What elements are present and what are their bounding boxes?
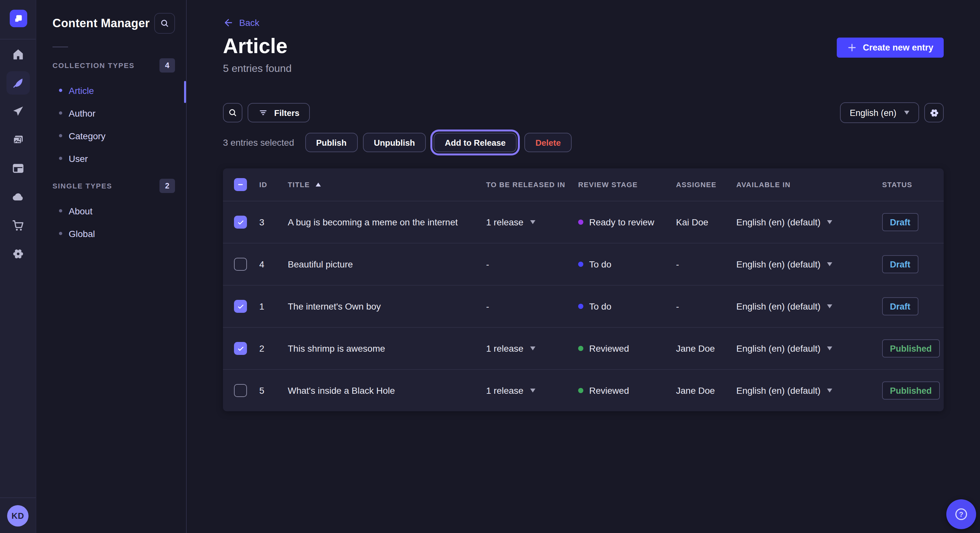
- cell-title: Beautiful picture: [288, 259, 486, 270]
- table-row[interactable]: 5 What's inside a Black Hole 1 release R…: [223, 369, 944, 411]
- chevron-down-icon: [904, 111, 909, 115]
- cell-available-in[interactable]: English (en) (default): [736, 301, 882, 311]
- sidebar-title: Content Manager: [52, 16, 150, 30]
- selection-actions: 3 entries selected Publish Unpublish Add…: [223, 133, 572, 152]
- sidebar-item-category[interactable]: Category: [36, 124, 186, 147]
- media-library-icon[interactable]: [6, 128, 30, 152]
- row-checkbox[interactable]: [234, 342, 247, 355]
- available-value: English (en) (default): [736, 301, 821, 311]
- sidebar-item-about[interactable]: About: [36, 200, 186, 222]
- locale-select[interactable]: English (en): [840, 102, 919, 123]
- stage-dot-icon: [578, 262, 583, 267]
- help-button[interactable]: ?: [946, 499, 976, 529]
- stage-dot-icon: [578, 304, 583, 309]
- strapi-logo[interactable]: [10, 10, 27, 27]
- col-header-stage[interactable]: REVIEW STAGE: [578, 181, 676, 189]
- row-checkbox[interactable]: [234, 384, 247, 397]
- back-link[interactable]: Back: [223, 17, 259, 28]
- cell-title: This shrimp is awesome: [288, 343, 486, 354]
- cell-available-in[interactable]: English (en) (default): [736, 259, 882, 270]
- cell-available-in[interactable]: English (en) (default): [736, 343, 882, 354]
- sidebar-item-label: Author: [69, 108, 95, 118]
- collection-types-label: COLLECTION TYPES: [52, 62, 135, 69]
- chevron-down-icon: [827, 389, 832, 392]
- sidebar-item-author[interactable]: Author: [36, 102, 186, 124]
- cell-release[interactable]: 1 release: [486, 385, 578, 396]
- sidebar-item-article[interactable]: Article: [36, 79, 186, 102]
- stage-dot-icon: [578, 346, 583, 351]
- cell-available-in[interactable]: English (en) (default): [736, 385, 882, 396]
- row-checkbox[interactable]: [234, 300, 247, 313]
- sidebar-search-button[interactable]: [154, 13, 175, 34]
- settings-gear-icon[interactable]: [6, 242, 30, 265]
- unpublish-button[interactable]: Unpublish: [363, 133, 426, 152]
- select-all-checkbox[interactable]: [234, 178, 247, 191]
- col-header-assignee[interactable]: ASSIGNEE: [676, 181, 736, 189]
- chevron-down-icon: [530, 220, 535, 224]
- single-types-list: About Global: [36, 200, 186, 245]
- table-row[interactable]: 4 Beautiful picture - To do - English (e…: [223, 243, 944, 285]
- table-search-button[interactable]: [223, 103, 242, 122]
- publish-button[interactable]: Publish: [305, 133, 358, 152]
- release-value: -: [486, 259, 489, 270]
- table-row[interactable]: 2 This shrimp is awesome 1 release Revie…: [223, 327, 944, 369]
- content-manager-icon[interactable]: [6, 71, 30, 95]
- table-row[interactable]: 1 The internet's Own boy - To do - Engli…: [223, 285, 944, 327]
- content-type-builder-icon[interactable]: [6, 157, 30, 180]
- status-badge: Published: [882, 339, 940, 357]
- home-icon[interactable]: [6, 43, 30, 66]
- cell-available-in[interactable]: English (en) (default): [736, 217, 882, 227]
- view-settings-button[interactable]: [924, 103, 944, 122]
- single-types-count: 2: [159, 179, 175, 193]
- row-checkbox[interactable]: [234, 258, 247, 271]
- cell-status: Published: [882, 339, 944, 357]
- add-to-release-button[interactable]: Add to Release: [434, 133, 517, 152]
- available-value: English (en) (default): [736, 385, 821, 396]
- delete-button[interactable]: Delete: [524, 133, 572, 152]
- cell-release[interactable]: 1 release: [486, 217, 578, 227]
- available-value: English (en) (default): [736, 217, 821, 227]
- col-header-release[interactable]: TO BE RELEASED IN: [486, 181, 578, 189]
- stage-label: To do: [589, 259, 611, 270]
- cell-status: Draft: [882, 213, 944, 231]
- chevron-down-icon: [827, 346, 832, 351]
- collection-types-count: 4: [159, 58, 175, 73]
- sidebar-item-label: Global: [69, 228, 95, 239]
- cloud-icon[interactable]: [6, 185, 30, 209]
- cell-id: 4: [259, 259, 288, 270]
- cell-id: 1: [259, 301, 288, 311]
- sort-ascending-icon: [316, 182, 321, 187]
- stage-label: Reviewed: [589, 343, 629, 354]
- user-avatar[interactable]: KD: [7, 505, 29, 526]
- cell-status: Draft: [882, 297, 944, 316]
- bullet-icon: [59, 209, 62, 213]
- col-header-id[interactable]: ID: [259, 181, 288, 189]
- cell-review-stage: Reviewed: [578, 343, 676, 354]
- row-checkbox[interactable]: [234, 216, 247, 228]
- rail-divider: [0, 39, 36, 40]
- single-types-label: SINGLE TYPES: [52, 182, 112, 190]
- create-new-entry-button[interactable]: Create new entry: [837, 38, 944, 58]
- sidebar-item-user[interactable]: User: [36, 147, 186, 170]
- col-header-status[interactable]: STATUS: [882, 181, 944, 189]
- col-header-available[interactable]: AVAILABLE IN: [736, 181, 882, 189]
- table-row[interactable]: 3 A bug is becoming a meme on the intern…: [223, 201, 944, 243]
- releases-icon[interactable]: [6, 100, 30, 123]
- marketplace-cart-icon[interactable]: [6, 214, 30, 237]
- check-icon: [236, 302, 245, 311]
- stage-label: To do: [589, 301, 611, 311]
- cell-id: 2: [259, 343, 288, 354]
- col-header-title[interactable]: TITLE: [288, 181, 486, 189]
- cell-release: -: [486, 301, 578, 311]
- sidebar-item-global[interactable]: Global: [36, 222, 186, 245]
- col-header-title-label: TITLE: [288, 181, 310, 189]
- content-manager-sidebar: Content Manager COLLECTION TYPES 4 Artic…: [36, 0, 187, 533]
- question-mark-icon: ?: [953, 506, 969, 522]
- cell-review-stage: Reviewed: [578, 385, 676, 396]
- filters-button[interactable]: Filters: [248, 103, 310, 122]
- entries-count: 5 entries found: [223, 63, 292, 75]
- stage-label: Ready to review: [589, 217, 654, 227]
- chevron-down-icon: [530, 346, 535, 351]
- cell-release[interactable]: 1 release: [486, 343, 578, 354]
- status-badge: Draft: [882, 255, 918, 273]
